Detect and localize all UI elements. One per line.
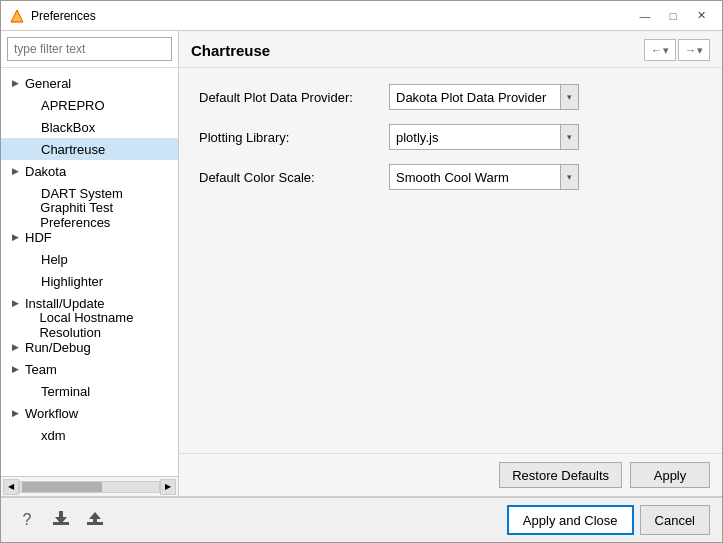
sidebar-item-general[interactable]: General	[1, 72, 178, 94]
cancel-button[interactable]: Cancel	[640, 505, 710, 535]
svg-marker-7	[89, 512, 101, 519]
sidebar-label-graphiti: Graphiti Test Preferences	[40, 200, 178, 230]
nav-forward-button[interactable]: → ▾	[678, 39, 710, 61]
sidebar-label-xdm: xdm	[41, 428, 66, 443]
sidebar-item-blackbox[interactable]: BlackBox	[1, 116, 178, 138]
sidebar-item-xdm[interactable]: xdm	[1, 424, 178, 446]
tree: GeneralAPREPROBlackBoxChartreuseDakotaDA…	[1, 68, 178, 476]
titlebar: Preferences — □ ✕	[1, 1, 722, 31]
tree-arrow-workflow	[9, 407, 21, 419]
tree-arrow-dakota	[9, 165, 21, 177]
close-button[interactable]: ✕	[688, 6, 714, 26]
sidebar-label-chartreuse: Chartreuse	[41, 142, 105, 157]
sidebar-item-graphiti[interactable]: Graphiti Test Preferences	[1, 204, 178, 226]
tree-arrow-instalupdate	[9, 297, 21, 309]
filter-input[interactable]	[7, 37, 172, 61]
main-content: GeneralAPREPROBlackBoxChartreuseDakotaDA…	[1, 31, 722, 496]
import-icon-button[interactable]	[81, 506, 109, 534]
sidebar-label-dakota: Dakota	[25, 164, 66, 179]
panel-header: Chartreuse ← ▾ → ▾	[179, 31, 722, 68]
dropdown-plotting-library[interactable]: plotly.js▾	[389, 124, 579, 150]
preferences-window: Preferences — □ ✕ GeneralAPREPROBlackBox…	[0, 0, 723, 543]
forward-arrow-icon: →	[685, 44, 696, 56]
panel-nav: ← ▾ → ▾	[644, 39, 710, 61]
sidebar-label-hdf: HDF	[25, 230, 52, 245]
panel-footer: Restore Defaults Apply	[179, 453, 722, 496]
sidebar-item-chartreuse[interactable]: Chartreuse	[1, 138, 178, 160]
scroll-right[interactable]: ▶	[160, 479, 176, 495]
control-wrap-default-color-scale: Smooth Cool Warm▾	[389, 164, 702, 190]
tree-arrow-rundebug	[9, 341, 21, 353]
panel-body: Default Plot Data Provider:Dakota Plot D…	[179, 68, 722, 453]
restore-defaults-button[interactable]: Restore Defaults	[499, 462, 622, 488]
dropdown-value-default-color-scale: Smooth Cool Warm	[396, 170, 560, 185]
nav-back-button[interactable]: ← ▾	[644, 39, 676, 61]
dropdown-value-plotting-library: plotly.js	[396, 130, 560, 145]
sidebar-label-localhostname: Local Hostname Resolution	[39, 310, 178, 340]
export-icon	[51, 508, 71, 532]
sidebar: GeneralAPREPROBlackBoxChartreuseDakotaDA…	[1, 31, 179, 496]
sidebar-label-help: Help	[41, 252, 68, 267]
forward-dropdown-icon: ▾	[697, 44, 703, 57]
form-row-plotting-library: Plotting Library:plotly.js▾	[199, 124, 702, 150]
panel-title: Chartreuse	[191, 42, 270, 59]
form-row-default-plot-provider: Default Plot Data Provider:Dakota Plot D…	[199, 84, 702, 110]
apply-button[interactable]: Apply	[630, 462, 710, 488]
label-plotting-library: Plotting Library:	[199, 130, 389, 145]
sidebar-label-rundebug: Run/Debug	[25, 340, 91, 355]
sidebar-item-highlighter[interactable]: Highlighter	[1, 270, 178, 292]
scrollbar-thumb[interactable]	[22, 482, 102, 492]
tree-arrow-general	[9, 77, 21, 89]
app-icon	[9, 8, 25, 24]
dropdown-arrow-default-plot-provider: ▾	[560, 85, 578, 109]
sidebar-item-localhostname[interactable]: Local Hostname Resolution	[1, 314, 178, 336]
maximize-button[interactable]: □	[660, 6, 686, 26]
sidebar-label-dart: DART System	[41, 186, 123, 201]
dropdown-default-plot-provider[interactable]: Dakota Plot Data Provider▾	[389, 84, 579, 110]
scroll-left[interactable]: ◀	[3, 479, 19, 495]
dropdown-arrow-plotting-library: ▾	[560, 125, 578, 149]
label-default-color-scale: Default Color Scale:	[199, 170, 389, 185]
control-wrap-plotting-library: plotly.js▾	[389, 124, 702, 150]
dropdown-arrow-default-color-scale: ▾	[560, 165, 578, 189]
filter-box	[1, 31, 178, 68]
back-arrow-icon: ←	[651, 44, 662, 56]
sidebar-scrollbar: ◀ ▶	[1, 476, 178, 496]
label-default-plot-provider: Default Plot Data Provider:	[199, 90, 389, 105]
apply-close-button[interactable]: Apply and Close	[507, 505, 634, 535]
sidebar-item-team[interactable]: Team	[1, 358, 178, 380]
sidebar-label-terminal: Terminal	[41, 384, 90, 399]
import-icon	[85, 508, 105, 532]
bottom-actions: Apply and Close Cancel	[507, 505, 710, 535]
dropdown-default-color-scale[interactable]: Smooth Cool Warm▾	[389, 164, 579, 190]
control-wrap-default-plot-provider: Dakota Plot Data Provider▾	[389, 84, 702, 110]
sidebar-item-help[interactable]: Help	[1, 248, 178, 270]
sidebar-item-dakota[interactable]: Dakota	[1, 160, 178, 182]
window-controls: — □ ✕	[632, 6, 714, 26]
sidebar-label-aprepro: APREPRO	[41, 98, 105, 113]
sidebar-item-terminal[interactable]: Terminal	[1, 380, 178, 402]
sidebar-label-general: General	[25, 76, 71, 91]
sidebar-label-highlighter: Highlighter	[41, 274, 103, 289]
minimize-button[interactable]: —	[632, 6, 658, 26]
tree-arrow-hdf	[9, 231, 21, 243]
sidebar-label-blackbox: BlackBox	[41, 120, 95, 135]
sidebar-item-workflow[interactable]: Workflow	[1, 402, 178, 424]
sidebar-label-instalupdate: Install/Update	[25, 296, 105, 311]
help-icon-button[interactable]: ?	[13, 506, 41, 534]
sidebar-item-aprepro[interactable]: APREPRO	[1, 94, 178, 116]
form-row-default-color-scale: Default Color Scale:Smooth Cool Warm▾	[199, 164, 702, 190]
right-panel: Chartreuse ← ▾ → ▾ Default Plot Data Pro…	[179, 31, 722, 496]
sidebar-label-workflow: Workflow	[25, 406, 78, 421]
bottom-bar: ?	[1, 496, 722, 542]
sidebar-label-team: Team	[25, 362, 57, 377]
window-title: Preferences	[31, 9, 632, 23]
back-dropdown-icon: ▾	[663, 44, 669, 57]
help-icon: ?	[23, 511, 32, 529]
scrollbar-track	[19, 481, 160, 493]
tree-arrow-team	[9, 363, 21, 375]
dropdown-value-default-plot-provider: Dakota Plot Data Provider	[396, 90, 560, 105]
export-icon-button[interactable]	[47, 506, 75, 534]
bottom-icons: ?	[13, 506, 507, 534]
